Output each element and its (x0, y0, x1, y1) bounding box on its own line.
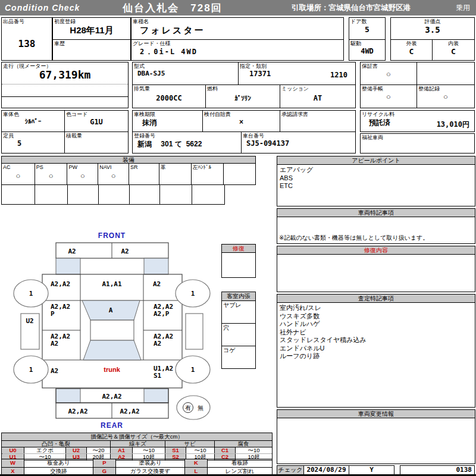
quarter-left-damage: A2 (51, 367, 58, 375)
score-value: 3.5 (391, 25, 474, 35)
repair-detail-body (277, 255, 475, 292)
title-bar: Condition Check 仙台入札会 728回 引取場所：宮城県仙台市宮城… (0, 0, 476, 15)
pickup-location: 引取場所：宮城県仙台市宮城野区港 (292, 3, 411, 13)
documents-empty-cell (417, 62, 474, 85)
taillight-right (144, 389, 168, 403)
legend-cell: 板金あり (24, 459, 93, 467)
interior-trim-cell: ヤブレ (222, 301, 255, 324)
door-fl-damage-2: P (51, 310, 55, 318)
interior-cell: 内装 C (433, 40, 474, 60)
insured-cell: 検付自賠責 × (203, 111, 280, 132)
equipment-cell-lhd: 左ﾊﾝﾄﾞﾙ (192, 164, 224, 184)
color-code-label: 色コード (65, 111, 128, 118)
equipment-label: 左ﾊﾝﾄﾞﾙ (192, 164, 224, 171)
check-sign: Y (349, 466, 394, 474)
equipment-label: SR (129, 164, 159, 171)
grade-label: グレード・仕様 (131, 40, 343, 47)
legend-cell: K (185, 459, 208, 467)
repair-mini-title: 修復 (222, 245, 255, 253)
legend-cell: U0 (2, 447, 24, 453)
equipment-cell-ac: AC ○ (2, 164, 35, 184)
equipment-label: NAVI (98, 164, 129, 171)
roof (90, 320, 134, 340)
equipment-cell-pw: PW ○ (67, 164, 98, 184)
warranty-cell: 保証書 ○ (361, 62, 417, 85)
check-label: チェック (277, 466, 304, 474)
grade-cell: グレード・仕様 2．0i-L 4WD (131, 40, 343, 60)
score-cell: 評価点 3.5 (391, 18, 474, 40)
damage-legend-marks: W 板金あり P 塗装あり K 看板跡 X 交換跡 G ガラス交換要す L レン… (1, 459, 273, 475)
exterior-value: C (391, 47, 432, 56)
legend-cell: 〜20 (87, 447, 111, 453)
insured-mark: × (203, 118, 280, 126)
model-cell: 車種名 フォレスター (131, 18, 343, 40)
fuel-label: 燃料 (206, 85, 280, 92)
legend-group: 線キズ (111, 441, 165, 447)
interior-trim-box: 客室内張 ヤブレ 穴 コゲ (221, 292, 256, 369)
door-rr-damage-2: A2 (154, 340, 161, 347)
inspection-cell: 車検期限 抹消 (133, 111, 203, 132)
maintenance-record-mark: ○ (417, 92, 474, 101)
legend-cell: S1 (165, 447, 186, 453)
rear-bumper-right-damage: A2,A2 (120, 408, 139, 415)
fuel-cell: 燃料 ｶﾞｿﾘﾝ (206, 85, 280, 108)
transmission-cell: ミッション AT (280, 85, 355, 108)
repair-detail-title: 修復内容 (277, 246, 475, 255)
maintenance-record-cell: 整備記録 ○ (417, 85, 474, 108)
legend-group-row: 凸凹・亀裂 線キズ サビ 腐食 (2, 440, 272, 447)
equipment-label (224, 164, 255, 164)
grade-value: 2．0i-L 4WD (131, 47, 343, 57)
assessment-title: 査定特記事項 (277, 295, 475, 303)
color-code-value: G1U (65, 118, 128, 126)
designation-value-2: 1210 (330, 71, 347, 79)
legend-data-row: U0 エクボ U2 〜20 A1 〜10 S1 〜10 C1 〜10 (2, 447, 272, 453)
legend-group: サビ (165, 441, 215, 447)
brand-logo: Condition Check (5, 3, 80, 12)
score-label: 評価点 (391, 18, 474, 25)
tire-rr-value: 1 (191, 366, 195, 374)
model-code-label: 型式 (133, 62, 238, 70)
assessment-line: 室内汚れ/スレ (280, 304, 472, 312)
legend-cell: エクボ (24, 447, 66, 453)
rear-bumper-top-damage: A2,A2 (102, 393, 121, 400)
assessment-line: ルーフのり跡 (280, 352, 472, 361)
drive-label: 駆動 (349, 40, 385, 47)
sill-left-damage: U2 (26, 317, 33, 325)
maintenance-book-mark: ○ (361, 92, 416, 101)
equipment-cell-leather: 革 (159, 164, 192, 184)
tire-rl-value: 1 (29, 366, 33, 374)
legend-cell: U2 (66, 447, 87, 453)
designation-label: 指定・類別 (239, 62, 356, 70)
capacity-label: 定員 (2, 132, 64, 139)
equipment-mark: ○ (2, 171, 35, 180)
legend-cell: 塗装あり (116, 459, 185, 467)
assessment-line: ハンドルハゲ (280, 320, 472, 328)
assessment-line: スタッドレスタイヤ積み込み (280, 336, 472, 345)
maintenance-book-cell: 整備手帳 ○ (361, 85, 417, 108)
engine-box: 型式 DBA-SJ5 指定・類別 17371 1210 排気量 2000CC 燃… (132, 62, 356, 108)
vehicle-notes-title: 車両特記事項 (277, 209, 475, 217)
first-reg-value: H28年11月 (53, 25, 130, 36)
capacity-cell: 定員 5 (2, 132, 65, 153)
mileage-value: 67,319km (2, 68, 128, 81)
recycle-status: 預託済 (361, 118, 390, 127)
legend-group: 腐食 (215, 441, 272, 447)
displacement-cell: 排気量 2000CC (133, 85, 206, 108)
score-box: 評価点 3.5 外装 C 内装 C (390, 17, 475, 61)
recycle-label: リサイクル料 (361, 111, 474, 118)
rear-window (83, 340, 141, 360)
equipment-cell-ps: PS ○ (35, 164, 68, 184)
legend-cell: C1 (215, 447, 236, 453)
assessment-line: ウスキズ多数 (280, 312, 472, 321)
change-info-body (277, 418, 475, 464)
plate-label: 登録番号 (133, 132, 241, 139)
fender-fr-damage: A2 (153, 280, 161, 288)
appeal-body: エアバッグ ABS ETC (277, 165, 475, 206)
check-date: 2024/08/29 (304, 466, 349, 474)
assessment-panel: 査定特記事項 室内汚れ/スレ ウスキズ多数 ハンドルハゲ 社外ナビ スタッドレス… (277, 294, 475, 408)
legend-mark-row: W 板金あり P 塗装あり K 看板跡 (2, 459, 272, 467)
appeal-panel: アピールポイント エアバッグ ABS ETC (277, 156, 475, 206)
model-code-value: DBA-SJ5 (133, 70, 238, 77)
interior-trim-label: コゲ (222, 346, 255, 353)
history-cell: 車歴 (53, 40, 130, 60)
